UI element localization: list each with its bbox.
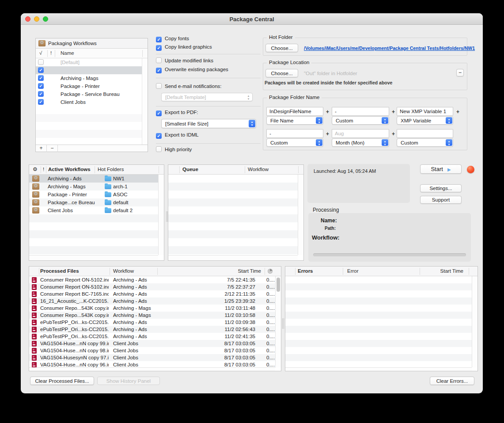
active-workflow-row[interactable]: Archiving - Magsarch-1 <box>29 183 158 191</box>
remove-location-button[interactable]: − <box>456 69 464 76</box>
processed-file-row[interactable]: Consumer Repo...543K copy.inddArchiving … <box>29 312 275 319</box>
workflow-list-row[interactable]: Package - Service Bureau <box>36 90 148 98</box>
processed-file-row[interactable]: Consumer Report BC-7165.inddArchiving - … <box>29 290 275 297</box>
update-modified-links-option[interactable]: Update modified links <box>156 57 213 63</box>
workflow-checkbox[interactable] <box>38 99 44 105</box>
hot-folder-choose-button[interactable]: Choose... <box>265 44 298 52</box>
processed-file-row[interactable]: ePubTestPP_Ori...ks-CC2015.idmlArchiving… <box>29 326 275 333</box>
folder-name-type-select-4[interactable]: Custom▲▼ <box>266 138 323 147</box>
column-check[interactable]: √ <box>39 50 42 56</box>
panel-splitter[interactable] <box>282 318 284 329</box>
active-workflows-hscrollbar[interactable] <box>29 255 158 260</box>
active-workflow-row[interactable]: Package - PrinterASOC <box>29 191 158 198</box>
column-warning[interactable]: ! <box>50 50 52 56</box>
processed-file-row[interactable]: VAG1504-Huse...nN copy 99.inddClient Job… <box>29 340 275 347</box>
active-workflow-row[interactable]: Client Jobsdefault 2 <box>29 206 158 214</box>
export-idml-checkbox[interactable] <box>156 133 162 139</box>
column-active-workflows[interactable]: Active Workflows <box>48 167 91 172</box>
queue-hscrollbar[interactable] <box>168 255 298 260</box>
column-start-time[interactable]: Start Time <box>440 268 463 274</box>
pdf-preset-select[interactable]: [Smallest File Size] ▲▼ <box>161 119 256 128</box>
workflow-checkbox[interactable] <box>38 75 44 81</box>
overwrite-existing-checkbox[interactable] <box>156 68 162 73</box>
column-workflow[interactable]: Workflow <box>248 167 269 172</box>
copy-fonts-checkbox[interactable] <box>156 37 162 42</box>
workflow-checkbox[interactable] <box>38 83 44 89</box>
workflow-checkbox[interactable] <box>38 91 44 97</box>
queue-vscrollbar[interactable] <box>298 175 303 255</box>
overwrite-existing-option[interactable]: Overwrite existing packages <box>156 67 228 73</box>
hot-folder-path-link[interactable]: /Volumes/iMac/Users/me/Development/Packa… <box>304 46 475 51</box>
folder-name-input-2[interactable] <box>332 107 389 116</box>
processed-files-hscrollbar[interactable] <box>29 367 275 371</box>
copy-linked-graphics-option[interactable]: Copy linked graphics <box>156 44 212 51</box>
workflow-list-row[interactable]: Archiving - Mags <box>36 74 148 82</box>
errors-header[interactable]: Errors Error Start Time <box>285 267 477 276</box>
duration-clock-icon[interactable] <box>268 269 273 274</box>
clear-errors-button[interactable]: Clear Errors... <box>430 377 474 385</box>
workflow-list-column-header[interactable]: √ ! Name <box>36 49 148 58</box>
high-priority-checkbox[interactable] <box>156 146 162 152</box>
column-start-time[interactable]: Start Time <box>238 268 261 274</box>
settings-button[interactable]: Settings... <box>420 184 462 192</box>
active-workflow-row[interactable]: Archiving - AdsNW1 <box>29 175 158 183</box>
column-queue[interactable]: Queue <box>182 167 198 172</box>
workflow-list-scrollbar[interactable] <box>142 58 148 145</box>
scroll-thumb[interactable] <box>277 278 280 292</box>
high-priority-option[interactable]: High priority <box>156 146 192 152</box>
add-workflow-button[interactable]: + <box>36 145 46 152</box>
folder-name-input-4[interactable] <box>266 129 323 138</box>
processed-files-header[interactable]: Processed Files Workflow Start Time <box>29 267 281 276</box>
active-workflows-header[interactable]: ⚙ ! Active Workflows Hot Folders <box>29 165 164 175</box>
remove-workflow-button[interactable]: − <box>47 145 57 152</box>
processed-file-row[interactable]: Consumer Report ON-5102.inddArchiving - … <box>29 276 275 283</box>
workflow-checkbox[interactable] <box>38 59 44 65</box>
column-workflow[interactable]: Workflow <box>113 268 134 274</box>
queue-header[interactable]: Queue Workflow <box>168 165 303 175</box>
processed-file-row[interactable]: VAG1504-HusesynN copy 97.inddClient Jobs… <box>29 354 275 361</box>
start-button[interactable]: Start▶ <box>420 164 462 174</box>
active-workflows-vscrollbar[interactable] <box>158 175 164 255</box>
workflow-list-row[interactable] <box>36 66 148 74</box>
workflow-checkbox[interactable] <box>38 67 44 73</box>
folder-name-input-5[interactable] <box>332 129 389 138</box>
email-notifications-checkbox[interactable] <box>156 83 162 89</box>
folder-name-type-select-5[interactable]: Month (Mon)▲▼ <box>332 138 389 147</box>
processed-file-row[interactable]: ePubTestPP_Ori...ks-CC2015.idmlArchiving… <box>29 333 275 340</box>
workflow-list-row[interactable]: Client Jobs <box>36 98 148 106</box>
column-errors[interactable]: Errors <box>298 268 313 274</box>
copy-fonts-option[interactable]: Copy fonts <box>156 36 189 42</box>
column-processed-files[interactable]: Processed Files <box>40 268 79 274</box>
processed-file-row[interactable]: Consumer Repo...543K copy.inddArchiving … <box>29 305 275 312</box>
package-location-choose-button[interactable]: Choose... <box>265 69 298 77</box>
update-modified-links-checkbox[interactable] <box>156 57 162 63</box>
export-pdf-checkbox[interactable] <box>156 111 162 116</box>
folder-name-input-6[interactable] <box>397 129 453 138</box>
processed-file-row[interactable]: 16_21_Acoustic_...K-CC2015.inddArchiving… <box>29 297 275 305</box>
processed-files-vscrollbar[interactable] <box>275 276 281 367</box>
folder-name-type-select-3[interactable]: XMP Variable▲▼ <box>397 116 453 125</box>
errors-vscrollbar[interactable] <box>472 276 477 367</box>
export-idml-option[interactable]: Export to IDML <box>156 132 199 139</box>
workflow-list-row[interactable]: [Default] <box>36 58 148 66</box>
support-button[interactable]: Support <box>420 196 462 204</box>
folder-name-input-1[interactable] <box>266 107 323 116</box>
column-name[interactable]: Name <box>61 50 74 56</box>
processed-file-row[interactable]: VAG1504-Huse...nN copy 98.inddClient Job… <box>29 347 275 354</box>
folder-name-input-3[interactable] <box>397 107 453 116</box>
processed-file-row[interactable]: ePubTestPP_Ori...ks-CC2015.idmlArchiving… <box>29 319 275 326</box>
errors-hscrollbar[interactable] <box>285 367 472 371</box>
processed-file-row[interactable]: Consumer Report ON-5102.inddArchiving - … <box>29 283 275 290</box>
active-workflow-row[interactable]: Package...ce Bureaudefault <box>29 198 158 206</box>
export-pdf-option[interactable]: Export to PDF: <box>156 110 198 116</box>
title-bar[interactable]: Package Central <box>21 13 483 25</box>
folder-name-type-select-6[interactable]: Custom▲▼ <box>397 138 453 147</box>
column-warning[interactable]: ! <box>43 167 44 172</box>
copy-linked-graphics-checkbox[interactable] <box>156 45 162 51</box>
folder-name-type-select-2[interactable]: Custom▲▼ <box>332 116 389 125</box>
clear-processed-files-button[interactable]: Clear Processed Files... <box>30 377 94 385</box>
folder-name-type-select-1[interactable]: File Name▲▼ <box>266 116 323 125</box>
column-hot-folders[interactable]: Hot Folders <box>98 167 124 172</box>
email-notifications-option[interactable]: Send e-mail notifications: <box>156 83 221 89</box>
column-error[interactable]: Error <box>347 268 359 274</box>
